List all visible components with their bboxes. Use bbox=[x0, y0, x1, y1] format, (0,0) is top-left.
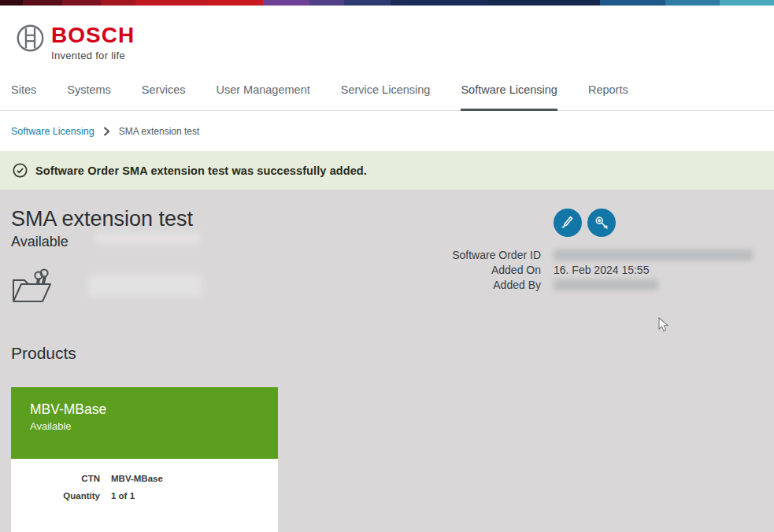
check-circle-icon bbox=[13, 163, 28, 178]
pencil-icon bbox=[560, 215, 576, 231]
breadcrumb-link-software-licensing[interactable]: Software Licensing bbox=[11, 126, 94, 137]
success-banner: Software Order SMA extension test was su… bbox=[0, 151, 774, 190]
tab-user-management[interactable]: User Management bbox=[216, 72, 309, 111]
edit-order-button[interactable] bbox=[554, 209, 582, 237]
detail-row-added-on: Added On 16. Feb 2024 15:55 bbox=[417, 262, 754, 277]
order-details: Software Order ID Added On 16. Feb 2024 … bbox=[417, 247, 754, 292]
page-title: SMA extension test bbox=[11, 207, 193, 231]
main-nav: Sites Systems Services User Management S… bbox=[0, 72, 774, 111]
detail-row-software-order-id: Software Order ID bbox=[417, 247, 754, 262]
redacted-patch bbox=[88, 275, 202, 297]
order-status: Available bbox=[11, 234, 69, 250]
breadcrumb-current: SMA extension test bbox=[119, 126, 200, 137]
license-key-button[interactable] bbox=[587, 209, 616, 237]
redacted-patch bbox=[94, 232, 201, 245]
detail-label: Added On bbox=[417, 264, 541, 276]
order-detail-section: SMA extension test Available Softwa bbox=[0, 190, 774, 532]
product-status: Available bbox=[30, 420, 278, 432]
software-order-icon bbox=[10, 268, 54, 305]
added-on-value: 16. Feb 2024 15:55 bbox=[554, 264, 754, 276]
tab-service-licensing[interactable]: Service Licensing bbox=[341, 72, 431, 111]
tab-reports[interactable]: Reports bbox=[588, 72, 628, 111]
tab-software-licensing[interactable]: Software Licensing bbox=[461, 72, 557, 111]
app-header: BOSCH Invented for life bbox=[0, 6, 774, 72]
key-icon bbox=[594, 215, 610, 231]
product-row-value: 1 of 1 bbox=[111, 491, 135, 501]
tab-sites[interactable]: Sites bbox=[11, 72, 36, 111]
product-name: MBV-MBase bbox=[30, 401, 278, 418]
breadcrumb: Software Licensing SMA extension test bbox=[0, 111, 774, 151]
tab-systems[interactable]: Systems bbox=[67, 72, 111, 111]
products-heading: Products bbox=[11, 344, 76, 363]
detail-label: Software Order ID bbox=[417, 249, 541, 261]
product-row-quantity: Quantity 1 of 1 bbox=[11, 491, 278, 501]
detail-row-added-by: Added By bbox=[417, 277, 754, 292]
redacted-added-by bbox=[554, 279, 658, 290]
tab-services[interactable]: Services bbox=[142, 72, 186, 111]
product-row-value: MBV-MBase bbox=[111, 474, 163, 483]
product-row-ctn: CTN MBV-MBase bbox=[11, 474, 278, 483]
product-card-header[interactable]: MBV-MBase Available bbox=[11, 387, 278, 459]
product-row-label: CTN bbox=[11, 474, 100, 483]
brand-name: BOSCH bbox=[51, 24, 135, 47]
success-message: Software Order SMA extension test was su… bbox=[35, 164, 367, 177]
redacted-order-id bbox=[554, 249, 753, 260]
bosch-armature-icon bbox=[16, 24, 45, 53]
chevron-right-icon bbox=[103, 127, 110, 136]
bosch-supergraphic-bar bbox=[0, 0, 774, 6]
product-row-label: Quantity bbox=[11, 491, 100, 501]
product-card-mbv-mbase: MBV-MBase Available CTN MBV-MBase Quanti… bbox=[11, 387, 278, 532]
product-card-body: CTN MBV-MBase Quantity 1 of 1 bbox=[11, 459, 278, 532]
brand-tagline: Invented for life bbox=[51, 50, 135, 61]
bosch-logo[interactable]: BOSCH Invented for life bbox=[16, 24, 135, 61]
detail-label: Added By bbox=[417, 279, 541, 291]
